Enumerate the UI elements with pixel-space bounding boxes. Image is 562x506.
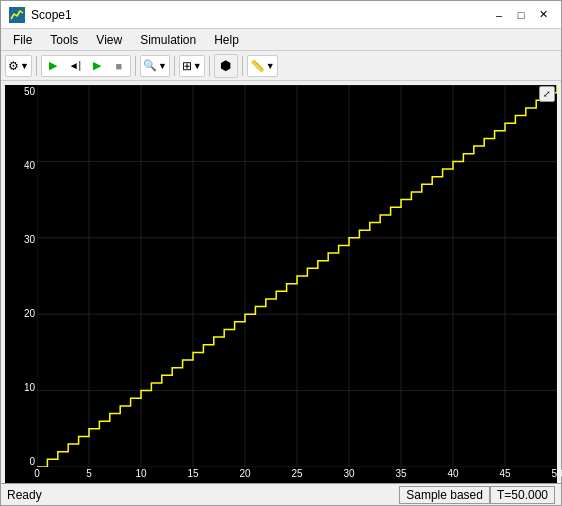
zoom-icon: 🔍	[143, 59, 157, 72]
x-label-50: 50	[551, 468, 562, 479]
menu-tools[interactable]: Tools	[42, 31, 86, 49]
sample-based-label: Sample based	[399, 486, 490, 504]
x-label-20: 20	[239, 468, 250, 479]
x-axis-spacer	[5, 467, 37, 483]
x-label-0: 0	[34, 468, 40, 479]
x-label-25: 25	[291, 468, 302, 479]
scope-canvas	[37, 85, 557, 467]
y-label-20: 20	[5, 309, 35, 319]
scale-dropdown[interactable]: ⊞ ▼	[179, 55, 205, 77]
settings-icon: ⚙	[8, 59, 19, 73]
run-button[interactable]: ▶	[42, 56, 64, 76]
x-label-10: 10	[135, 468, 146, 479]
x-label-30: 30	[343, 468, 354, 479]
zoom-dropdown-arrow: ▼	[158, 61, 167, 71]
y-label-10: 10	[5, 383, 35, 393]
playback-controls: ▶ ◄| ▶ ■	[41, 55, 131, 77]
x-label-35: 35	[395, 468, 406, 479]
measure-icon: 📏	[250, 59, 265, 73]
measure-dropdown[interactable]: 📏 ▼	[247, 55, 278, 77]
toolbar: ⚙ ▼ ▶ ◄| ▶ ■ 🔍 ▼ ⊞ ▼ ⬢ 📏 ▼	[1, 51, 561, 81]
menu-bar: File Tools View Simulation Help	[1, 29, 561, 51]
y-label-40: 40	[5, 161, 35, 171]
separator-2	[135, 56, 136, 76]
status-bar: Ready Sample based T=50.000	[1, 483, 561, 505]
separator-1	[36, 56, 37, 76]
maximize-button[interactable]: □	[511, 5, 531, 25]
play-button[interactable]: ▶	[86, 56, 108, 76]
x-label-40: 40	[447, 468, 458, 479]
scale-icon: ⊞	[182, 59, 192, 73]
chart-area: ⤢ 50 40 30 20 10 0 05101520253035404550	[1, 81, 561, 483]
x-axis-row: 05101520253035404550	[5, 467, 557, 483]
menu-simulation[interactable]: Simulation	[132, 31, 204, 49]
app-icon	[9, 7, 25, 23]
status-right: Sample based T=50.000	[399, 486, 555, 504]
scale-dropdown-arrow: ▼	[193, 61, 202, 71]
separator-3	[174, 56, 175, 76]
y-label-0: 0	[5, 457, 35, 467]
separator-4	[209, 56, 210, 76]
window-title: Scope1	[31, 8, 72, 22]
title-bar-left: Scope1	[9, 7, 72, 23]
close-button[interactable]: ✕	[533, 5, 553, 25]
x-axis-labels: 05101520253035404550	[37, 467, 557, 483]
cursor-button[interactable]: ⬢	[214, 54, 238, 78]
menu-help[interactable]: Help	[206, 31, 247, 49]
x-label-15: 15	[187, 468, 198, 479]
y-label-30: 30	[5, 235, 35, 245]
menu-file[interactable]: File	[5, 31, 40, 49]
main-window: Scope1 – □ ✕ File Tools View Simulation …	[0, 0, 562, 506]
expand-button[interactable]: ⤢	[539, 86, 555, 102]
step-back-button[interactable]: ◄|	[64, 56, 86, 76]
time-label: T=50.000	[490, 486, 555, 504]
settings-dropdown-arrow: ▼	[20, 61, 29, 71]
zoom-dropdown[interactable]: 🔍 ▼	[140, 55, 170, 77]
status-ready: Ready	[7, 488, 42, 502]
separator-5	[242, 56, 243, 76]
y-axis: 50 40 30 20 10 0	[5, 85, 37, 467]
x-label-45: 45	[499, 468, 510, 479]
stop-button[interactable]: ■	[108, 56, 130, 76]
plot-canvas-area	[37, 85, 557, 467]
window-controls: – □ ✕	[489, 5, 553, 25]
settings-dropdown[interactable]: ⚙ ▼	[5, 55, 32, 77]
y-label-50: 50	[5, 87, 35, 97]
plot-container: 50 40 30 20 10 0	[5, 85, 557, 467]
measure-dropdown-arrow: ▼	[266, 61, 275, 71]
x-label-5: 5	[86, 468, 92, 479]
menu-view[interactable]: View	[88, 31, 130, 49]
title-bar: Scope1 – □ ✕	[1, 1, 561, 29]
minimize-button[interactable]: –	[489, 5, 509, 25]
